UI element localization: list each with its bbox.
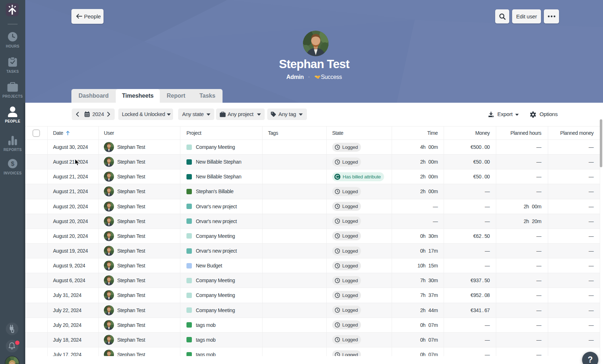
svg-text:$: $: [11, 160, 14, 167]
